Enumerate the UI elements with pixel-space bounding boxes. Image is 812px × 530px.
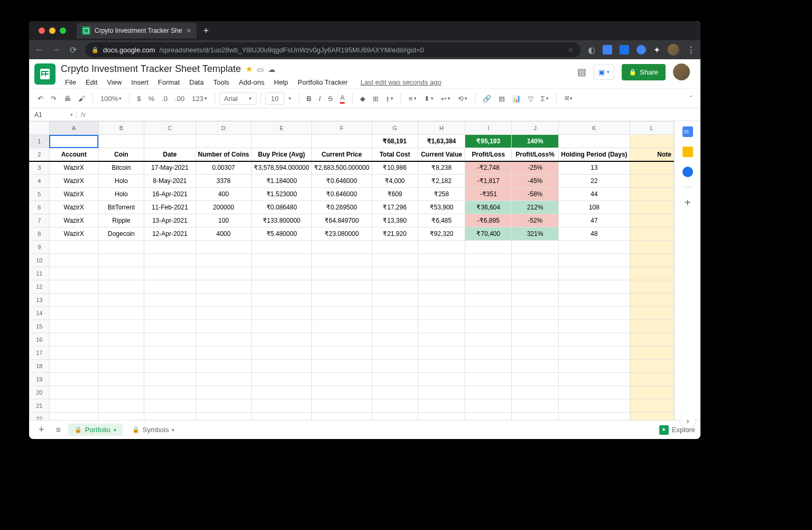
cell[interactable] [630,320,673,333]
cell[interactable] [512,386,559,399]
share-button[interactable]: Share [622,64,666,80]
cell[interactable]: 12-Apr-2021 [144,227,196,241]
cell[interactable]: ₹64.849700 [311,214,372,227]
cell[interactable] [49,320,98,333]
cell[interactable]: -₹1,817 [465,175,512,188]
strike-button[interactable]: S [325,93,336,105]
filter-button[interactable]: ▽ [525,93,537,105]
cell[interactable]: -25% [512,161,559,175]
cell[interactable]: ₹258 [418,188,465,201]
cell[interactable] [98,386,144,399]
extension-icon[interactable] [603,45,612,54]
row-header[interactable]: 7 [30,214,50,227]
cell[interactable] [418,399,465,413]
cell[interactable] [630,386,673,399]
extension-icon[interactable] [636,45,646,54]
cell[interactable] [372,307,418,320]
functions-button[interactable]: Σ ▾ [538,93,552,105]
currency-button[interactable]: $ [134,93,144,105]
bold-button[interactable]: B [303,93,315,105]
column-header-cell[interactable]: Note [630,148,673,161]
cell[interactable] [252,267,312,280]
percent-button[interactable]: % [145,93,158,105]
cell[interactable] [465,386,512,399]
column-header[interactable]: D [196,122,252,135]
cell[interactable] [196,413,252,421]
column-header[interactable]: F [311,122,372,135]
cell[interactable]: -₹351 [465,188,512,201]
cell[interactable] [98,320,144,333]
cell[interactable] [559,307,630,320]
cell[interactable] [144,333,196,346]
cell[interactable] [49,241,98,254]
row-header[interactable]: 13 [30,294,50,307]
zoom-select[interactable]: 100% ▾ [97,93,125,105]
tasks-icon[interactable] [682,167,693,177]
cell[interactable] [465,360,512,373]
reload-button[interactable]: ⟳ [68,45,78,54]
extensions-puzzle-icon[interactable]: ✦ [653,45,660,55]
cell[interactable] [196,373,252,386]
cell[interactable] [49,294,98,307]
chart-button[interactable]: 📊 [509,93,524,105]
calendar-icon[interactable] [682,126,693,137]
cell[interactable]: ₹53,900 [418,201,465,214]
cell[interactable] [196,399,252,413]
input-tools-button[interactable]: अ ▾ [561,92,576,105]
column-header[interactable]: E [252,122,312,135]
cell[interactable] [559,254,630,267]
cell[interactable] [196,294,252,307]
valign-button[interactable]: ⬍ ▾ [421,93,437,105]
cell[interactable]: ₹609 [372,188,418,201]
cell[interactable] [559,241,630,254]
cell[interactable] [49,373,98,386]
cell[interactable] [559,360,630,373]
column-header[interactable]: B [98,122,144,135]
cloud-icon[interactable]: ☁ [268,65,275,74]
all-sheets-button[interactable]: ≡ [52,425,65,435]
minimize-window-icon[interactable] [49,28,56,34]
cell[interactable]: ₹36,604 [465,201,512,214]
column-header-cell[interactable]: Date [144,148,196,161]
cell[interactable] [465,294,512,307]
cell[interactable] [311,360,372,373]
column-header[interactable]: C [144,122,196,135]
column-header-cell[interactable]: Account [49,148,98,161]
cell[interactable]: WazirX [49,161,98,175]
halign-button[interactable]: ≡ ▾ [405,93,420,105]
cell[interactable] [559,399,630,413]
row-header[interactable]: 14 [30,307,50,320]
cell[interactable] [144,413,196,421]
row-header[interactable]: 11 [30,267,50,280]
cell[interactable] [372,294,418,307]
cell[interactable] [196,254,252,267]
cell[interactable] [465,320,512,333]
column-header-cell[interactable]: Current Value [418,148,465,161]
increase-decimal-button[interactable]: .00 [172,93,188,105]
cell[interactable] [512,346,559,360]
cell[interactable] [418,360,465,373]
sheet-grid[interactable]: ABCDEFGHIJKL1 ₹68,191 ₹1,63,384 ₹95,193 … [29,121,674,420]
cell[interactable]: -58% [512,188,559,201]
cell[interactable] [49,386,98,399]
menu-format[interactable]: Format [154,76,184,88]
cell[interactable] [559,373,630,386]
summary-total-cost[interactable]: ₹68,191 [372,135,418,148]
row-header[interactable]: 21 [30,399,50,413]
cell[interactable] [465,333,512,346]
cell[interactable] [418,346,465,360]
cell[interactable] [512,241,559,254]
cell[interactable] [144,254,196,267]
column-header-cell[interactable]: Coin [98,148,144,161]
document-title[interactable]: Crpyto Investment Tracker Sheet Template [61,63,241,75]
cell[interactable] [98,346,144,360]
cell[interactable]: WazirX [49,227,98,241]
cell[interactable]: WazirX [49,201,98,214]
row-header[interactable]: 12 [30,280,50,294]
cell[interactable] [465,267,512,280]
cell[interactable]: 108 [559,201,630,214]
profile-avatar[interactable] [668,44,679,56]
cell[interactable]: 400 [196,188,252,201]
cell[interactable] [98,267,144,280]
cell[interactable]: WazirX [49,175,98,188]
